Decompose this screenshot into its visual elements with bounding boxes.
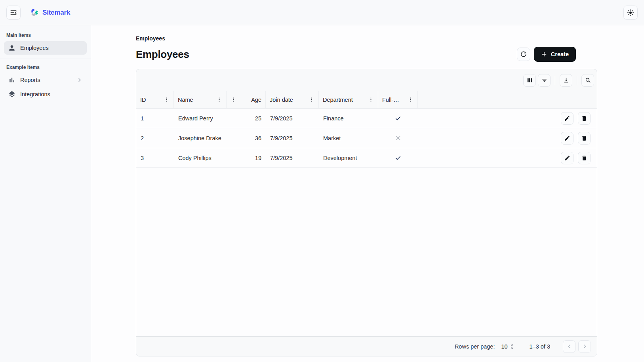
cell-department: Development bbox=[319, 148, 378, 168]
export-icon bbox=[563, 77, 570, 84]
top-app-bar: Sitemark bbox=[0, 0, 644, 25]
brand-name: Sitemark bbox=[42, 9, 70, 17]
rows-per-page-label: Rows per page: bbox=[455, 343, 495, 350]
cell-join-date: 7/9/2025 bbox=[266, 128, 319, 148]
sidebar: Main items Employees Example items Repor… bbox=[0, 25, 91, 362]
trash-icon bbox=[581, 155, 587, 161]
cell-name: Edward Perry bbox=[174, 109, 227, 128]
sidebar-item-integrations[interactable]: Integrations bbox=[4, 88, 87, 101]
cell-age: 19 bbox=[227, 148, 266, 168]
table-row[interactable]: 3 Cody Phillips 19 7/9/2025 Development bbox=[136, 148, 597, 168]
rows-per-page-value: 10 bbox=[501, 343, 507, 350]
sidebar-item-employees[interactable]: Employees bbox=[4, 41, 87, 55]
check-icon bbox=[394, 154, 402, 162]
grid-header-row: ID Name A bbox=[136, 91, 597, 109]
column-header-age[interactable]: Age bbox=[227, 91, 266, 108]
column-menu-icon[interactable] bbox=[368, 97, 374, 103]
cell-id: 3 bbox=[136, 148, 174, 168]
trash-icon bbox=[581, 135, 587, 141]
column-header-label: Full-… bbox=[382, 97, 399, 103]
cell-full-time bbox=[378, 109, 418, 128]
cell-join-date: 7/9/2025 bbox=[266, 148, 319, 168]
pencil-icon bbox=[564, 155, 570, 161]
column-header-label: Name bbox=[178, 97, 193, 103]
cell-name: Cody Phillips bbox=[174, 148, 227, 168]
person-icon bbox=[8, 44, 16, 52]
pencil-icon bbox=[564, 135, 570, 141]
cell-department: Finance bbox=[319, 109, 378, 128]
unfold-more-icon bbox=[509, 343, 515, 350]
column-header-label: Join date bbox=[270, 97, 293, 103]
rows-per-page-select[interactable]: 10 bbox=[501, 343, 515, 350]
cell-name: Josephine Drake bbox=[174, 128, 227, 148]
sidebar-item-reports[interactable]: Reports bbox=[4, 73, 87, 87]
plus-icon bbox=[541, 51, 547, 57]
cell-actions bbox=[418, 109, 597, 128]
brand-logo[interactable]: Sitemark bbox=[29, 8, 70, 17]
column-menu-icon[interactable] bbox=[231, 97, 236, 103]
column-header-join-date[interactable]: Join date bbox=[266, 91, 319, 108]
column-header-id[interactable]: ID bbox=[136, 91, 174, 108]
main-content: Employees Employees bbox=[91, 25, 644, 362]
filter-icon bbox=[541, 77, 548, 84]
grid-empty-area bbox=[136, 168, 597, 336]
delete-button[interactable] bbox=[578, 132, 591, 145]
delete-button[interactable] bbox=[578, 152, 591, 164]
edit-button[interactable] bbox=[561, 152, 574, 164]
cell-age: 36 bbox=[227, 128, 266, 148]
export-button[interactable] bbox=[560, 74, 572, 87]
collapse-menu-icon bbox=[10, 9, 17, 17]
page-title: Employees bbox=[136, 48, 189, 61]
columns-icon bbox=[526, 77, 533, 84]
toolbar-divider bbox=[555, 76, 555, 85]
refresh-icon bbox=[520, 51, 527, 58]
delete-button[interactable] bbox=[578, 112, 591, 125]
column-menu-icon[interactable] bbox=[408, 97, 413, 103]
check-icon bbox=[394, 115, 402, 122]
previous-page-button[interactable] bbox=[563, 340, 575, 353]
cell-id: 1 bbox=[136, 109, 174, 128]
sitemark-logo-icon bbox=[29, 8, 39, 17]
breadcrumb: Employees bbox=[136, 35, 597, 42]
column-header-full-time[interactable]: Full-… bbox=[378, 91, 418, 108]
search-button[interactable] bbox=[581, 74, 594, 87]
pagination-range: 1–3 of 3 bbox=[530, 343, 550, 350]
cell-department: Market bbox=[319, 128, 378, 148]
edit-button[interactable] bbox=[561, 112, 574, 125]
column-header-label: Age bbox=[251, 97, 261, 103]
cell-full-time bbox=[378, 128, 418, 148]
employees-data-grid: ID Name A bbox=[136, 69, 597, 356]
search-icon bbox=[585, 77, 591, 84]
column-header-name[interactable]: Name bbox=[174, 91, 227, 108]
edit-button[interactable] bbox=[561, 132, 574, 145]
toolbar-divider bbox=[577, 76, 577, 85]
cell-actions bbox=[418, 148, 597, 168]
refresh-button[interactable] bbox=[517, 48, 530, 61]
sidebar-section-main-items: Main items bbox=[4, 30, 87, 41]
column-header-department[interactable]: Department bbox=[319, 91, 378, 108]
create-button[interactable]: Create bbox=[534, 47, 576, 62]
column-menu-icon[interactable] bbox=[164, 97, 170, 103]
collapse-menu-button[interactable] bbox=[6, 6, 21, 20]
sun-icon bbox=[627, 9, 634, 17]
column-header-actions bbox=[418, 91, 597, 108]
grid-toolbar bbox=[136, 69, 597, 91]
column-header-label: ID bbox=[140, 97, 146, 103]
grid-footer: Rows per page: 10 1–3 of 3 bbox=[136, 336, 597, 356]
cell-id: 2 bbox=[136, 128, 174, 148]
layers-icon bbox=[8, 90, 16, 98]
theme-toggle-button[interactable] bbox=[623, 6, 638, 20]
column-header-label: Department bbox=[323, 97, 353, 103]
filter-button[interactable] bbox=[538, 74, 551, 87]
trash-icon bbox=[581, 115, 587, 122]
column-menu-icon[interactable] bbox=[309, 97, 314, 103]
table-row[interactable]: 2 Josephine Drake 36 7/9/2025 Market bbox=[136, 128, 597, 148]
column-menu-icon[interactable] bbox=[216, 97, 222, 103]
create-button-label: Create bbox=[551, 51, 569, 57]
cross-icon bbox=[395, 135, 402, 141]
next-page-button[interactable] bbox=[578, 340, 591, 353]
sidebar-item-label: Reports bbox=[20, 77, 40, 83]
pencil-icon bbox=[564, 115, 570, 122]
table-row[interactable]: 1 Edward Perry 25 7/9/2025 Finance bbox=[136, 109, 597, 128]
columns-button[interactable] bbox=[523, 74, 536, 87]
